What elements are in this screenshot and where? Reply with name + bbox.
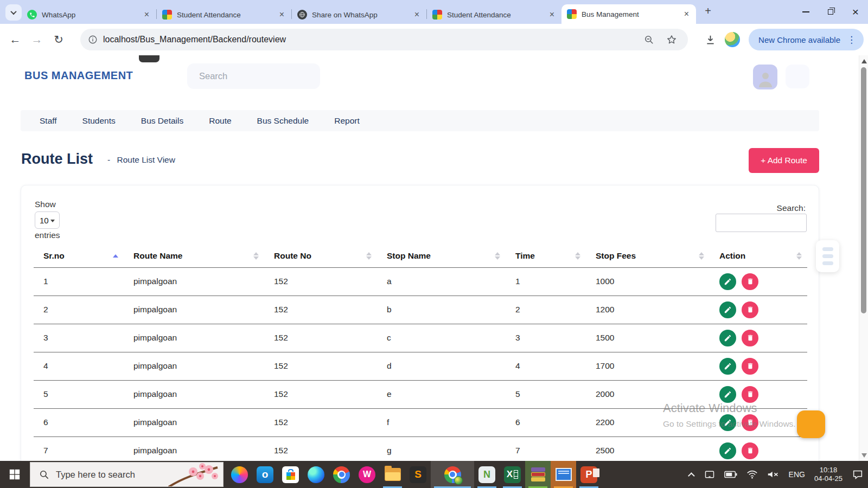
- column-header-stop-fees[interactable]: Stop Fees: [586, 245, 710, 267]
- column-header-time[interactable]: Time: [506, 245, 586, 267]
- column-header-route-no[interactable]: Route No: [264, 245, 377, 267]
- taskbar-chrome-icon[interactable]: [329, 461, 354, 488]
- taskbar-file-explorer-icon[interactable]: [380, 461, 405, 488]
- wifi-icon[interactable]: [746, 470, 758, 479]
- page-scrollbar[interactable]: [859, 55, 868, 461]
- column-header-srno[interactable]: Sr.no: [34, 245, 124, 267]
- tab-student-attendance-2[interactable]: Student Attendance ×: [427, 5, 561, 24]
- taskbar-clock[interactable]: 10:18 04-04-25: [814, 466, 843, 483]
- tab-close-icon[interactable]: ×: [278, 10, 286, 20]
- update-chrome-button[interactable]: New Chrome available ⋮: [749, 29, 864, 50]
- app-search-input[interactable]: [187, 63, 320, 89]
- taskbar-excel-icon[interactable]: X: [500, 461, 525, 488]
- taskbar-sublime-icon[interactable]: S: [405, 461, 431, 488]
- forward-button[interactable]: →: [26, 33, 48, 46]
- battery-icon[interactable]: [724, 469, 737, 480]
- taskbar-notepadpp-icon[interactable]: N: [474, 461, 500, 488]
- delete-button[interactable]: [742, 442, 758, 459]
- cell-route-no: 152: [264, 324, 377, 352]
- action-center-icon[interactable]: [852, 468, 864, 480]
- edit-button[interactable]: [719, 273, 736, 290]
- cell-route-name: pimpalgoan: [124, 380, 264, 408]
- tab-close-icon[interactable]: ×: [548, 10, 556, 20]
- floating-chat-button[interactable]: [797, 410, 825, 438]
- taskbar-chrome-active-icon[interactable]: [431, 461, 474, 488]
- edit-button[interactable]: [719, 330, 736, 346]
- scroll-up-arrow-icon[interactable]: [861, 59, 867, 63]
- tab-close-icon[interactable]: ×: [682, 9, 691, 19]
- volume-muted-icon[interactable]: [767, 470, 780, 479]
- download-icon[interactable]: [705, 34, 716, 46]
- column-header-action[interactable]: Action: [710, 245, 807, 267]
- nav-item-bus-schedule[interactable]: Bus Schedule: [257, 116, 309, 126]
- nav-item-route[interactable]: Route: [209, 116, 231, 126]
- delete-button[interactable]: [742, 273, 758, 290]
- person-icon: [756, 69, 775, 89]
- delete-button[interactable]: [742, 358, 758, 375]
- header-action-tile[interactable]: [786, 65, 809, 88]
- back-button[interactable]: ←: [4, 33, 26, 46]
- tab-share-whatsapp[interactable]: Share on WhatsApp ×: [292, 5, 426, 24]
- edit-button[interactable]: [719, 386, 736, 403]
- tab-bus-management-active[interactable]: Bus Management ×: [561, 4, 696, 24]
- maximize-button[interactable]: [818, 0, 843, 24]
- close-button[interactable]: ×: [843, 0, 868, 24]
- edit-button[interactable]: [719, 414, 736, 431]
- scrollbar-thumb[interactable]: [861, 67, 866, 313]
- taskbar-edge-icon[interactable]: [303, 461, 329, 488]
- taskbar-wampserver-icon[interactable]: W: [354, 461, 380, 488]
- taskbar-search[interactable]: Type here to search: [30, 462, 224, 487]
- delete-button[interactable]: [742, 386, 758, 403]
- table-row: 4 pimpalgoan 152 d 4 1700: [34, 352, 807, 380]
- trash-icon: [746, 362, 754, 370]
- reload-button[interactable]: ↻: [48, 33, 69, 46]
- attendance-logo-icon: [162, 10, 172, 20]
- screen: WhatsApp × Student Attendance × Share on…: [0, 0, 868, 488]
- taskbar-store-icon[interactable]: [278, 461, 303, 488]
- column-header-route-name[interactable]: Route Name: [124, 245, 264, 267]
- nav-item-bus-details[interactable]: Bus Details: [141, 116, 183, 126]
- cell-srno: 1: [34, 267, 124, 296]
- table-search-input[interactable]: [716, 214, 807, 232]
- minimize-button[interactable]: [793, 0, 818, 24]
- url-bar[interactable]: localhost/Bus_Management/Backend/routevi…: [80, 29, 688, 50]
- nav-item-staff[interactable]: Staff: [40, 116, 57, 126]
- bookmark-star-icon[interactable]: [666, 34, 677, 45]
- taskbar-winrar-icon[interactable]: [525, 461, 551, 488]
- cell-time: 2: [506, 296, 586, 324]
- nav-item-report[interactable]: Report: [334, 116, 360, 126]
- info-icon[interactable]: [88, 35, 98, 44]
- scroll-down-arrow-icon[interactable]: [861, 453, 867, 458]
- profile-avatar[interactable]: [725, 32, 740, 47]
- tab-search-button[interactable]: [5, 4, 22, 21]
- edit-button[interactable]: [719, 301, 736, 318]
- delete-button[interactable]: [742, 301, 758, 318]
- add-route-button[interactable]: + Add Route: [749, 148, 819, 173]
- language-indicator[interactable]: ENG: [789, 470, 805, 479]
- taskbar-copilot-icon[interactable]: [227, 461, 252, 488]
- edit-button[interactable]: [719, 442, 736, 459]
- start-button[interactable]: [0, 461, 29, 488]
- zoom-indicator-icon[interactable]: [644, 35, 654, 45]
- taskbar-powerpoint-icon[interactable]: P: [576, 461, 602, 488]
- delete-button[interactable]: [742, 330, 758, 346]
- taskbar-window-app-icon[interactable]: [551, 461, 576, 488]
- browser-toolbar: ← → ↻ localhost/Bus_Management/Backend/r…: [0, 24, 868, 55]
- taskbar-outlook-icon[interactable]: o: [252, 461, 278, 488]
- tray-expand-icon[interactable]: [688, 472, 695, 479]
- nav-item-students[interactable]: Students: [82, 116, 116, 126]
- cell-route-no: 152: [264, 408, 377, 436]
- edit-button[interactable]: [719, 358, 736, 375]
- column-header-stop-name[interactable]: Stop Name: [377, 245, 506, 267]
- quick-menu-widget[interactable]: [816, 240, 839, 272]
- tab-close-icon[interactable]: ×: [143, 10, 151, 20]
- new-tab-button[interactable]: +: [700, 3, 716, 18]
- tab-whatsapp[interactable]: WhatsApp ×: [22, 5, 156, 24]
- user-avatar-tile[interactable]: [753, 65, 777, 89]
- page-size-select[interactable]: 10: [35, 211, 60, 229]
- browser-menu-icon[interactable]: ⋮: [847, 34, 856, 46]
- delete-button[interactable]: [742, 414, 758, 431]
- tab-close-icon[interactable]: ×: [413, 10, 421, 20]
- tablet-mode-icon[interactable]: [704, 469, 715, 480]
- tab-student-attendance-1[interactable]: Student Attendance ×: [157, 5, 291, 24]
